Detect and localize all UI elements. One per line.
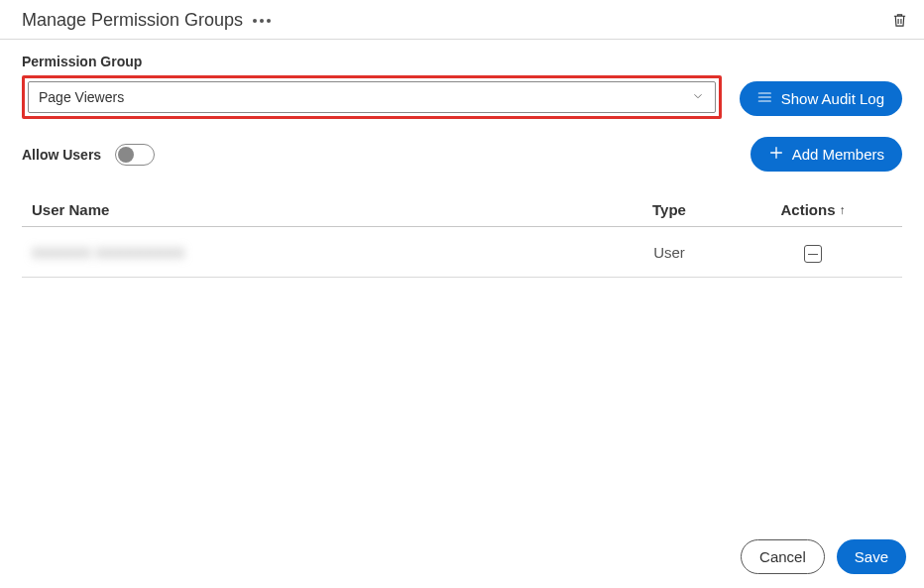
row-actions [734,241,892,263]
allow-users-label: Allow Users [22,147,101,163]
delete-icon[interactable] [891,12,908,29]
plus-icon [768,145,784,164]
table-header: User Name Type Actions ↑ [22,193,902,227]
permission-group-field: Permission Group Page Viewers [22,54,722,119]
permission-group-select[interactable]: Page Viewers [28,81,716,113]
footer-actions: Cancel Save [741,539,906,574]
show-audit-log-label: Show Audit Log [781,90,884,107]
toggle-knob [118,147,134,163]
row-user-name: XXXXXX XXXXXXXXX [32,244,605,261]
permission-group-highlight: Page Viewers [22,75,722,119]
permission-group-label: Permission Group [22,54,722,69]
allow-users-row: Allow Users Add Members [22,137,902,172]
members-table: User Name Type Actions ↑ XXXXXX XXXXXXXX… [22,193,902,278]
show-audit-log-button[interactable]: Show Audit Log [740,81,902,116]
page-header: Manage Permission Groups [0,0,924,40]
chevron-down-icon [691,89,705,106]
allow-users-toggle[interactable] [115,144,155,166]
header-type[interactable]: Type [605,201,734,218]
header-user-name[interactable]: User Name [32,201,605,218]
cancel-label: Cancel [759,548,806,565]
allow-users-group: Allow Users [22,144,155,166]
more-actions-icon[interactable] [253,19,271,23]
save-label: Save [855,548,888,565]
save-button[interactable]: Save [837,539,906,574]
content-area: Permission Group Page Viewers Show Audit… [0,40,924,278]
page-title: Manage Permission Groups [22,10,243,31]
add-members-label: Add Members [792,146,884,163]
header-left: Manage Permission Groups [22,10,271,31]
permission-group-value: Page Viewers [39,89,124,105]
table-row: XXXXXX XXXXXXXXX User [22,227,902,278]
permission-group-row: Permission Group Page Viewers Show Audit… [22,54,902,119]
header-actions-label: Actions [780,201,835,218]
add-members-button[interactable]: Add Members [751,137,902,172]
sort-asc-icon: ↑ [840,203,846,217]
row-type: User [605,244,734,261]
remove-member-icon[interactable] [804,245,822,263]
cancel-button[interactable]: Cancel [741,539,825,574]
user-name-blurred: XXXXXX XXXXXXXXX [32,244,184,261]
audit-log-icon [757,89,773,108]
header-actions[interactable]: Actions ↑ [734,201,892,218]
